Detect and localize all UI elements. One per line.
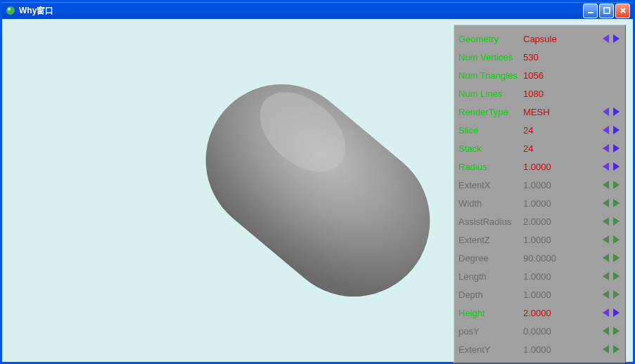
increment-arrow-icon[interactable] [611,235,621,245]
property-row: Length1.0000 [458,267,621,285]
decrement-arrow-icon[interactable] [601,308,611,318]
application-window: Why窗口 [0,0,635,364]
increment-arrow-icon[interactable] [611,271,621,281]
svg-marker-37 [613,345,620,353]
property-value: 1.0000 [523,271,574,282]
property-row: Depth1.0000 [458,285,621,304]
property-row: Height2.0000 [458,304,621,322]
svg-marker-23 [613,217,620,226]
property-value: 90.0000 [523,253,574,264]
svg-marker-25 [613,235,620,244]
arrow-pair [601,235,621,245]
svg-point-0 [6,6,15,15]
property-value: 1056 [523,70,574,81]
minimize-button[interactable] [583,4,598,18]
property-label: Degree [458,253,523,264]
increment-arrow-icon[interactable] [611,180,621,190]
svg-marker-14 [603,144,609,152]
svg-marker-27 [613,254,620,262]
svg-rect-2 [588,12,594,13]
decrement-arrow-icon[interactable] [601,216,611,226]
increment-arrow-icon[interactable] [611,198,621,208]
property-row: RenderTypeMESH [458,103,621,121]
arrow-pair [601,271,621,281]
decrement-arrow-icon[interactable] [601,253,611,263]
client-area: GeometryCapsuleNum Vertices530Num Triang… [2,19,633,362]
property-label: ExtentY [458,344,523,355]
app-icon [5,5,16,16]
increment-arrow-icon[interactable] [611,253,621,263]
decrement-arrow-icon[interactable] [601,180,611,190]
property-row: Num Vertices530 [458,48,621,66]
property-label: ExtentX [458,180,523,190]
property-label: Slice [458,125,523,136]
window-controls [583,4,630,18]
increment-arrow-icon[interactable] [611,216,621,226]
increment-arrow-icon[interactable] [611,290,621,299]
increment-arrow-icon[interactable] [611,344,621,354]
decrement-arrow-icon[interactable] [601,290,611,299]
property-value: 2.0000 [523,308,574,318]
arrow-pair [601,180,621,190]
svg-marker-11 [613,108,620,116]
arrow-pair [601,344,621,354]
properties-panel: GeometryCapsuleNum Vertices530Num Triang… [454,25,626,363]
increment-arrow-icon[interactable] [611,326,621,336]
arrow-pair [601,198,621,208]
svg-marker-19 [613,181,620,189]
arrow-pair [601,162,621,171]
increment-arrow-icon[interactable] [611,107,621,117]
property-row: GeometryCapsule [458,30,621,48]
property-value: MESH [523,107,574,117]
arrow-pair [601,143,621,153]
decrement-arrow-icon[interactable] [601,125,611,135]
decrement-arrow-icon[interactable] [601,143,611,153]
svg-marker-9 [613,34,620,43]
svg-marker-21 [613,199,620,207]
increment-arrow-icon[interactable] [611,143,621,153]
decrement-arrow-icon[interactable] [601,107,611,117]
property-label: Depth [458,290,523,300]
svg-marker-24 [603,235,609,244]
property-row: Width1.0000 [458,194,621,212]
increment-arrow-icon[interactable] [611,308,621,318]
property-label: Width [458,198,523,209]
property-value: 1.0000 [523,344,574,355]
svg-marker-28 [603,272,609,280]
property-row: Slice24 [458,121,621,139]
decrement-arrow-icon[interactable] [601,198,611,208]
svg-marker-29 [613,272,620,280]
increment-arrow-icon[interactable] [611,162,621,171]
property-row: posY0.0000 [458,322,621,340]
svg-marker-30 [603,290,609,299]
decrement-arrow-icon[interactable] [601,326,611,336]
arrow-pair [601,290,621,299]
window-title: Why窗口 [19,5,583,17]
close-button[interactable] [615,4,630,18]
decrement-arrow-icon[interactable] [601,271,611,281]
property-row: Num Lines1080 [458,84,621,103]
property-value: 530 [523,52,574,63]
property-row: ExtentY1.0000 [458,340,621,358]
maximize-button[interactable] [599,4,614,18]
arrow-pair [601,34,621,44]
property-value: Capsule [523,34,574,44]
property-row: ExtentZ1.0000 [458,230,621,249]
svg-marker-26 [603,254,609,262]
property-row: AssistRadius2.0000 [458,212,621,230]
property-label: Geometry [458,34,523,44]
decrement-arrow-icon[interactable] [601,235,611,245]
property-label: Stack [458,143,523,154]
increment-arrow-icon[interactable] [611,125,621,135]
property-value: 1080 [523,89,574,99]
decrement-arrow-icon[interactable] [601,162,611,171]
decrement-arrow-icon[interactable] [601,344,611,354]
titlebar: Why窗口 [2,2,633,19]
property-value: 1.0000 [523,180,574,190]
svg-marker-31 [613,290,620,299]
property-label: ExtentZ [458,235,523,245]
increment-arrow-icon[interactable] [611,34,621,44]
decrement-arrow-icon[interactable] [601,34,611,44]
svg-marker-35 [613,327,620,335]
property-value: 1.0000 [523,235,574,245]
